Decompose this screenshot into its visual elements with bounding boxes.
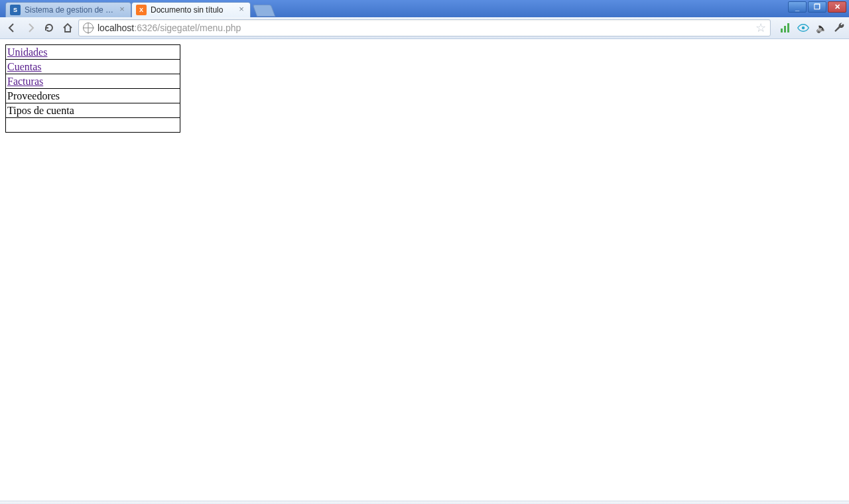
favicon-icon: X (136, 5, 147, 15)
menu-link-cuentas[interactable]: Cuentas (7, 61, 42, 72)
menu-link-facturas[interactable]: Facturas (7, 76, 43, 87)
menu-item-proveedores: Proveedores (7, 90, 60, 101)
tab-documento-sin-titulo[interactable]: X Documento sin título × (131, 2, 251, 17)
tab-sistema-gestion[interactable]: S Sistema de gestion de gastos × (5, 2, 131, 17)
url-host: localhost (98, 23, 134, 33)
table-row: Tipos de cuenta (6, 103, 180, 118)
url-text: localhost:6326/sigegatel/menu.php (98, 23, 241, 33)
svg-point-0 (802, 27, 805, 30)
status-bar (0, 501, 849, 504)
browser-toolbar: localhost:6326/sigegatel/menu.php ☆ (0, 17, 849, 39)
globe-icon (83, 23, 94, 33)
table-row: Cuentas (6, 60, 180, 74)
sound-icon[interactable] (816, 23, 826, 33)
back-button[interactable] (4, 20, 20, 36)
wrench-icon[interactable] (833, 22, 845, 34)
window-controls: _ ❐ ✕ (788, 1, 846, 13)
minimize-button[interactable]: _ (788, 1, 807, 13)
extension-icons (779, 22, 845, 34)
bookmark-star-icon[interactable]: ☆ (755, 21, 766, 35)
table-row: Facturas (6, 74, 180, 89)
menu-link-unidades[interactable]: Unidades (7, 46, 47, 58)
forward-button[interactable] (23, 20, 38, 36)
close-icon[interactable]: × (237, 5, 246, 15)
favicon-icon: S (10, 5, 21, 15)
menu-item-tipos-de-cuenta: Tipos de cuenta (7, 105, 74, 116)
tab-strip: S Sistema de gestion de gastos × X Docum… (0, 0, 849, 17)
tab-title: Sistema de gestion de gastos (25, 5, 115, 15)
new-tab-button[interactable] (253, 5, 276, 17)
url-rest: :6326/sigegatel/menu.php (134, 23, 241, 33)
eye-icon[interactable] (797, 22, 809, 34)
close-window-button[interactable]: ✕ (828, 1, 846, 13)
home-button[interactable] (60, 20, 76, 36)
page-content: Unidades Cuentas Facturas Proveedores Ti… (0, 39, 849, 138)
table-row: Proveedores (6, 89, 180, 103)
close-icon[interactable]: × (117, 5, 127, 15)
menu-table: Unidades Cuentas Facturas Proveedores Ti… (5, 44, 180, 133)
maximize-button[interactable]: ❐ (808, 1, 826, 13)
reload-button[interactable] (41, 20, 57, 36)
table-row: Unidades (6, 45, 180, 60)
address-bar[interactable]: localhost:6326/sigegatel/menu.php ☆ (78, 19, 771, 36)
tab-title: Documento sin título (151, 5, 234, 15)
table-row (6, 118, 180, 133)
page-viewport: Unidades Cuentas Facturas Proveedores Ti… (0, 39, 849, 501)
network-bars-icon[interactable] (779, 22, 791, 34)
